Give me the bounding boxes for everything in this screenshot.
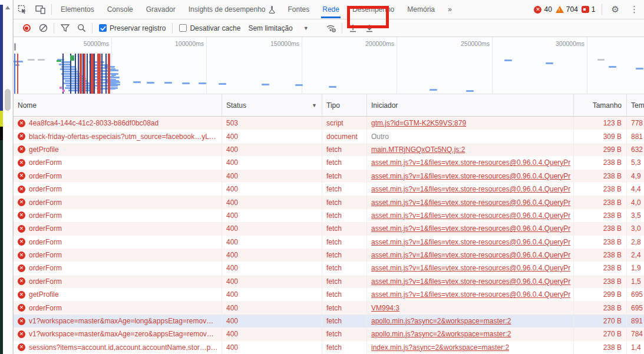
tab-console[interactable]: Console (101, 0, 140, 19)
timeline-tick-label: 250000ms (461, 40, 492, 47)
preserve-log-checkbox[interactable] (99, 24, 107, 32)
table-row[interactable]: ✕ orderForm 400 fetch asset.min.js?v=1&f… (14, 209, 644, 222)
table-row[interactable]: ✕ v1?workspace=master&maxAge=zero&appsEt… (14, 327, 644, 340)
inspect-element-icon[interactable] (14, 2, 31, 17)
record-network-log-button[interactable] (19, 21, 34, 35)
request-initiator[interactable]: asset.min.js?v=1&files=vtex.store-resour… (371, 224, 570, 233)
waterfall-dash (219, 83, 226, 85)
column-header-tamanho[interactable]: Tamanho (574, 94, 627, 116)
table-row[interactable]: ✕ orderForm 400 fetch asset.min.js?v=1&f… (14, 183, 644, 196)
table-row[interactable]: ✕ orderForm 400 fetch asset.min.js?v=1&f… (14, 262, 644, 274)
tab-label: Memória (407, 5, 435, 14)
scrollbar-up-arrow[interactable] (5, 6, 10, 9)
chevron-down-icon: ▼ (303, 25, 309, 31)
request-initiator[interactable]: index.min.js?async=2&workspace=master:2 (371, 343, 509, 352)
table-row[interactable]: ✕ black-friday-ofertas-especiais?utm_sou… (14, 130, 644, 143)
waterfall-dash-gray (597, 59, 605, 61)
warning-count-badge[interactable]: 704 (556, 5, 578, 14)
timeline-handle[interactable] (14, 43, 16, 51)
table-row[interactable]: ✕ orderForm 400 fetch asset.min.js?v=1&f… (14, 222, 644, 235)
more-options-icon[interactable]: ⋮ (626, 4, 642, 15)
table-row[interactable]: ✕ orderForm 400 fetch asset.min.js?v=1&f… (14, 249, 644, 262)
disable-cache-checkbox-row[interactable]: Desativar cache (179, 24, 240, 32)
tab-desempenho[interactable]: Desempenho (346, 0, 401, 19)
tab-rede[interactable]: Rede (316, 0, 346, 19)
tab-gravador[interactable]: Gravador (140, 0, 182, 19)
scrollbar-thumb[interactable] (5, 89, 11, 111)
request-time: 1,5 (631, 277, 641, 286)
column-header-iniciador[interactable]: Iniciador (367, 94, 574, 116)
disable-cache-checkbox[interactable] (179, 24, 187, 32)
tab-mem-ria[interactable]: Memória (401, 0, 441, 19)
request-initiator[interactable]: asset.min.js?v=1&files=vtex.store-resour… (371, 198, 570, 207)
throttling-select[interactable]: Sem limitação ▼ (248, 24, 308, 32)
export-har-icon[interactable] (362, 21, 377, 35)
request-initiator[interactable]: VM994:3 (371, 304, 399, 312)
error-icon: ✕ (534, 6, 541, 14)
table-row[interactable]: ✕ sessions?items=account.id,account.acco… (14, 341, 644, 354)
request-time: 632 (631, 145, 643, 154)
table-row[interactable]: ✕ orderForm 400 fetch asset.min.js?v=1&f… (14, 156, 644, 169)
request-initiator[interactable]: apollo.min.js?async=2&workspace=master:2 (371, 330, 511, 338)
error-count-badge[interactable]: ✕ 40 (534, 5, 551, 14)
table-row[interactable]: ✕ getProfile 400 fetch asset.min.js?v=1&… (14, 288, 644, 301)
table-row[interactable]: ✕ 4ea8fca4-144c-41c2-8033-b86df0bc08ad 5… (14, 117, 644, 130)
request-size: 299 B (603, 290, 622, 299)
timeline-tick-label: 150000ms (270, 40, 302, 47)
tab-strip: ElementosConsoleGravadorInsights de dese… (54, 0, 458, 19)
timeline-gridline (492, 37, 493, 94)
tab-label: Rede (322, 5, 339, 14)
tab-overflow-chevron[interactable]: » (441, 0, 458, 19)
filter-icon[interactable] (58, 21, 72, 35)
waterfall-dash (466, 90, 474, 92)
network-conditions-icon[interactable] (324, 21, 338, 35)
request-initiator[interactable]: asset.min.js?v=1&files=vtex.store-resour… (371, 277, 570, 286)
table-row[interactable]: ✕ getProfile 400 fetch main.MTRjNGQxOTc5… (14, 143, 644, 156)
table-row[interactable]: ✕ orderForm 400 fetch asset.min.js?v=1&f… (14, 275, 644, 288)
request-initiator[interactable]: asset.min.js?v=1&files=vtex.store-resour… (371, 211, 570, 220)
request-status: 400 (226, 238, 238, 246)
request-error-icon: ✕ (18, 186, 25, 193)
request-error-icon: ✕ (18, 159, 25, 167)
column-header-status[interactable]: Status ▼ (222, 94, 322, 116)
request-type: fetch (326, 185, 342, 193)
request-initiator[interactable]: main.MTRjNGQxOTc5NQ.js:2 (371, 145, 465, 154)
page-scrollbar[interactable] (3, 0, 13, 354)
column-header-tipo[interactable]: Tipo (322, 94, 367, 116)
tab-elementos[interactable]: Elementos (54, 0, 101, 19)
column-header-nome[interactable]: Nome (14, 94, 222, 116)
table-row[interactable]: ✕ orderForm 400 fetch VM994:3 238 B 695 (14, 301, 644, 314)
request-initiator[interactable]: asset.min.js?v=1&files=vtex.store-resour… (371, 158, 570, 167)
request-initiator[interactable]: asset.min.js?v=1&files=vtex.store-resour… (371, 290, 570, 299)
request-error-icon: ✕ (18, 225, 25, 233)
table-row[interactable]: ✕ orderForm 400 fetch asset.min.js?v=1&f… (14, 170, 644, 183)
search-icon[interactable] (74, 21, 88, 35)
settings-gear-icon[interactable]: ⚙ (608, 4, 623, 15)
waterfall-dash (546, 62, 553, 64)
request-time: 695 (631, 290, 643, 299)
table-row[interactable]: ✕ orderForm 400 fetch asset.min.js?v=1&f… (14, 196, 644, 209)
request-initiator[interactable]: gtm.js?id=GTM-K2K59VS:879 (371, 119, 466, 127)
device-toolbar-icon[interactable] (31, 2, 49, 17)
table-row[interactable]: ✕ v1?workspace=master&maxAge=long&appsEt… (14, 315, 644, 327)
table-row[interactable]: ✕ orderForm 400 fetch asset.min.js?v=1&f… (14, 236, 644, 249)
request-initiator[interactable]: asset.min.js?v=1&files=vtex.store-resour… (371, 238, 570, 246)
waterfall-bar (59, 64, 71, 65)
request-initiator[interactable]: asset.min.js?v=1&files=vtex.store-resour… (371, 264, 570, 272)
network-overview-timeline[interactable]: 50000ms100000ms150000ms200000ms250000ms3… (14, 37, 644, 94)
request-initiator[interactable]: asset.min.js?v=1&files=vtex.store-resour… (371, 172, 570, 180)
error-count: 40 (544, 5, 551, 14)
issues-count-badge[interactable]: 1 (582, 5, 596, 14)
request-initiator[interactable]: apollo.min.js?async=2&workspace=master:2 (371, 317, 511, 325)
request-size: 238 B (603, 277, 622, 286)
tab-fontes[interactable]: Fontes (282, 0, 316, 19)
tab-insights-de-desempenho[interactable]: Insights de desempenho (182, 0, 282, 19)
request-size: 238 B (603, 343, 622, 352)
column-header-tempo[interactable]: Tempo (627, 94, 644, 116)
request-initiator[interactable]: asset.min.js?v=1&files=vtex.store-resour… (371, 185, 570, 193)
clear-network-log-button[interactable] (36, 21, 50, 35)
request-initiator[interactable]: asset.min.js?v=1&files=vtex.store-resour… (371, 251, 570, 259)
preserve-log-checkbox-row[interactable]: Preservar registro (99, 24, 166, 32)
import-har-icon[interactable] (346, 21, 360, 35)
timeline-tick-label: 200000ms (365, 40, 397, 47)
